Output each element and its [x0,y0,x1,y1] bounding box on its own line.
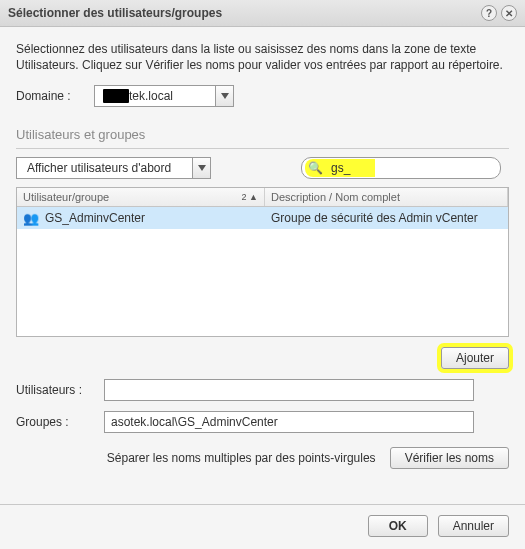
search-box[interactable]: 🔍 [301,157,501,179]
group-icon: 👥 [23,211,39,226]
groups-label: Groupes : [16,415,104,429]
table-body: 👥 GS_AdminvCenter Groupe de sécurité des… [17,207,508,336]
dialog-footer: OK Annuler [0,505,525,549]
domain-masked-prefix: --- [103,89,129,103]
cell-name: 👥 GS_AdminvCenter [17,211,265,226]
domain-suffix: tek.local [129,89,173,103]
domain-label: Domaine : [16,89,94,103]
domain-row: Domaine : ---tek.local [16,85,509,107]
ok-button[interactable]: OK [368,515,428,537]
cancel-button[interactable]: Annuler [438,515,509,537]
col-description[interactable]: Description / Nom complet [265,188,508,206]
close-icon[interactable]: ✕ [501,5,517,21]
display-order-value: Afficher utilisateurs d'abord [17,158,192,178]
add-row: Ajouter [16,337,509,379]
verify-row: Séparer les noms multiples par des point… [16,447,509,469]
search-icon: 🔍 [308,161,323,175]
titlebar-controls: ? ✕ [481,5,517,21]
col-user-group[interactable]: Utilisateur/groupe 2 ▲ [17,188,265,206]
users-field-row: Utilisateurs : [16,379,509,401]
select-users-groups-dialog: Sélectionner des utilisateurs/groupes ? … [0,0,525,549]
search-input[interactable] [329,160,490,176]
users-input[interactable] [104,379,474,401]
users-label: Utilisateurs : [16,383,104,397]
results-table: Utilisateur/groupe 2 ▲ Description / Nom… [16,187,509,337]
table-row[interactable]: 👥 GS_AdminvCenter Groupe de sécurité des… [17,207,508,229]
table-header: Utilisateur/groupe 2 ▲ Description / Nom… [17,188,508,207]
dialog-title: Sélectionner des utilisateurs/groupes [8,6,222,20]
section-divider [16,148,509,149]
chevron-down-icon[interactable] [192,158,210,178]
display-order-dropdown[interactable]: Afficher utilisateurs d'abord [16,157,211,179]
add-button[interactable]: Ajouter [441,347,509,369]
help-icon[interactable]: ? [481,5,497,21]
domain-value: ---tek.local [95,86,215,106]
intro-text: Sélectionnez des utilisateurs dans la li… [16,41,509,73]
groups-input[interactable] [104,411,474,433]
sort-indicator: 2 ▲ [242,192,258,202]
section-title: Utilisateurs et groupes [16,127,509,142]
cell-description: Groupe de sécurité des Admin vCenter [265,211,508,225]
filter-row: Afficher utilisateurs d'abord 🔍 [16,157,509,179]
titlebar: Sélectionner des utilisateurs/groupes ? … [0,0,525,27]
separator-hint: Séparer les noms multiples par des point… [107,451,376,465]
verify-names-button[interactable]: Vérifier les noms [390,447,509,469]
groups-field-row: Groupes : [16,411,509,433]
dialog-content: Sélectionnez des utilisateurs dans la li… [0,27,525,504]
domain-dropdown[interactable]: ---tek.local [94,85,234,107]
chevron-down-icon[interactable] [215,86,233,106]
